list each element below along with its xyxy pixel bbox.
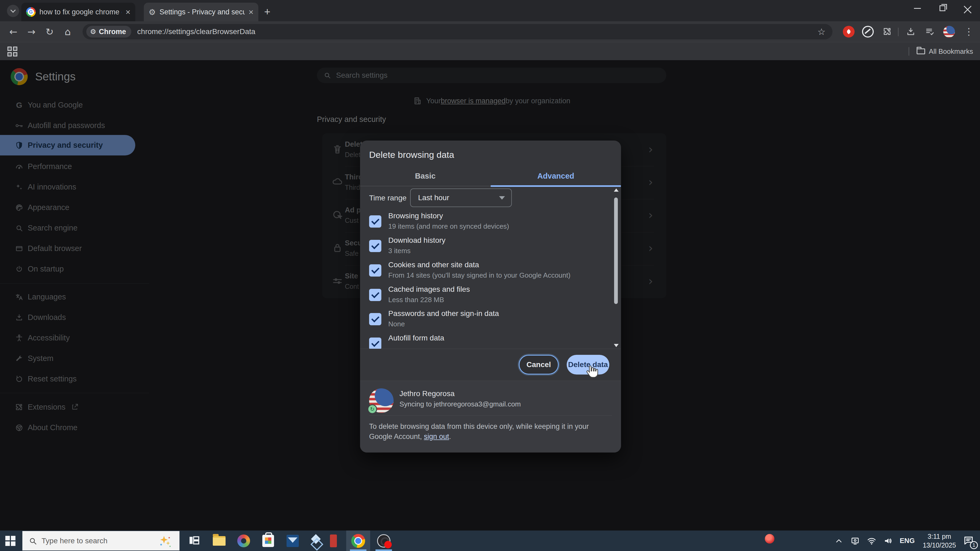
extensions-puzzle-icon[interactable] <box>881 26 893 38</box>
apps-grid-icon[interactable] <box>8 46 18 57</box>
back-button[interactable]: ← <box>5 21 22 42</box>
account-avatar: ↻ <box>369 388 394 413</box>
grid-cell <box>13 46 18 51</box>
tab-how-to-fix[interactable]: how to fix google chrome exte × <box>21 3 135 21</box>
checkbox-autofill[interactable] <box>369 338 381 349</box>
item-label: Autofill form data <box>388 334 444 342</box>
checkbox-cookies[interactable] <box>369 264 381 276</box>
task-view-button[interactable] <box>182 530 206 551</box>
microsoft-store-button[interactable] <box>256 530 280 551</box>
downloads-icon[interactable] <box>905 26 916 38</box>
chrome-icon <box>351 534 365 548</box>
profile-avatar[interactable] <box>943 26 955 38</box>
notification-badge: 1 <box>970 541 978 549</box>
dialog-title: Delete browsing data <box>369 149 454 160</box>
menu-dots-icon[interactable]: ⋮ <box>963 26 975 38</box>
row-passwords: Passwords and other sign-in data None <box>360 307 608 332</box>
sign-out-link[interactable]: sign out <box>424 433 449 440</box>
red-app-button[interactable] <box>325 530 341 551</box>
tab-search-button[interactable] <box>7 5 19 17</box>
monitor-icon[interactable] <box>850 536 860 546</box>
red-extension-icon[interactable] <box>843 26 854 38</box>
checkbox-passwords[interactable] <box>369 313 381 325</box>
google-favicon <box>26 7 36 17</box>
taskbar-search[interactable] <box>22 531 180 551</box>
forward-button[interactable]: → <box>23 21 40 42</box>
time-range-label: Time range <box>369 194 407 202</box>
windows-logo-pane <box>11 536 16 540</box>
tab-title: Settings - Privacy and security <box>159 8 245 16</box>
microsoft-store-icon <box>262 535 274 547</box>
close-button[interactable] <box>955 0 980 16</box>
time-range-select[interactable]: Last hour <box>410 189 512 207</box>
item-detail: 3 items <box>388 247 410 255</box>
system-tray: ENG 3:11 pm 13/10/2025 1 <box>834 530 980 551</box>
tab-settings[interactable]: ⚙ Settings - Privacy and security × <box>144 3 258 21</box>
item-label: Passwords and other sign-in data <box>388 309 499 318</box>
notification-center-button[interactable]: 1 <box>963 535 974 547</box>
address-bar[interactable]: ⚙ Chrome chrome://settings/clearBrowserD… <box>83 24 832 40</box>
clock-time: 3:11 pm <box>928 533 951 540</box>
checkbox-download-history[interactable] <box>369 240 381 252</box>
desktop: how to fix google chrome exte × ⚙ Settin… <box>0 0 980 551</box>
bookmark-star-icon[interactable]: ☆ <box>818 26 826 37</box>
taskbar-search-input[interactable] <box>41 537 137 545</box>
row-download-history: Download history 3 items <box>360 234 608 259</box>
tab-basic[interactable]: Basic <box>360 166 490 186</box>
taskbar-clock[interactable]: 3:11 pm 13/10/2025 <box>923 532 956 550</box>
scroll-down-icon[interactable] <box>614 344 619 347</box>
speaker-icon[interactable] <box>883 536 893 546</box>
kebab-glyph: ⋮ <box>964 26 974 37</box>
chevron-down-icon <box>10 8 16 13</box>
site-info-chip[interactable]: ⚙ Chrome <box>86 26 131 38</box>
reading-list-icon[interactable] <box>924 26 936 38</box>
search-icon <box>28 536 37 545</box>
scroll-up-icon[interactable] <box>614 189 619 192</box>
time-range-value: Last hour <box>418 194 499 202</box>
item-detail: 19 items (and more on synced devices) <box>388 222 509 230</box>
cancel-button[interactable]: Cancel <box>519 355 559 375</box>
url-text[interactable]: chrome://settings/clearBrowserData <box>137 27 817 36</box>
item-detail: Less than 228 MB <box>388 296 444 304</box>
active-app-indicator <box>350 549 366 551</box>
account-name: Jethro Regorosa <box>399 389 455 398</box>
tab-close-icon[interactable]: × <box>126 8 130 16</box>
item-detail: From 14 sites (you'll stay signed in to … <box>388 271 570 279</box>
item-detail: None <box>388 320 405 328</box>
active-app-indicator <box>375 549 392 551</box>
scrollbar-thumb[interactable] <box>614 197 618 304</box>
red-app-icon <box>330 535 337 547</box>
checkbox-cached-images[interactable] <box>369 289 381 301</box>
close-icon <box>964 5 971 12</box>
item-label: Cookies and other site data <box>388 260 479 269</box>
checkbox-browsing-history[interactable] <box>369 215 381 227</box>
dialog-scroll-area: Time range Last hour Browsing history 19… <box>360 187 621 349</box>
grid-cell <box>8 46 12 51</box>
dialog-scrollbar[interactable] <box>612 187 619 348</box>
restore-button[interactable] <box>930 0 955 16</box>
dialog-account-section: ↻ Jethro Regorosa Syncing to jethroregor… <box>360 381 621 453</box>
reload-button[interactable]: ↻ <box>41 21 58 42</box>
obs-taskbar-button[interactable] <box>372 530 396 551</box>
file-explorer-button[interactable] <box>207 530 231 551</box>
start-button[interactable] <box>5 536 16 546</box>
blocker-extension-icon[interactable] <box>862 26 874 38</box>
tab-advanced[interactable]: Advanced <box>490 166 621 186</box>
mail-app-button[interactable] <box>281 530 305 551</box>
tab-close-icon[interactable]: × <box>248 8 253 16</box>
windows-logo-pane <box>5 536 10 540</box>
new-tab-button[interactable]: + <box>264 6 270 18</box>
language-indicator[interactable]: ENG <box>900 537 915 545</box>
tray-expand-icon[interactable] <box>834 536 843 545</box>
drop-glyph <box>846 29 851 34</box>
photos-app-button[interactable] <box>232 530 256 551</box>
chrome-taskbar-button[interactable] <box>346 530 370 551</box>
bookmarks-bar: All Bookmarks <box>0 42 980 60</box>
mail-app-icon <box>286 535 299 547</box>
all-bookmarks-button[interactable]: All Bookmarks <box>908 42 973 60</box>
home-button[interactable]: ⌂ <box>59 21 76 42</box>
grid-cell <box>8 52 12 56</box>
gear-favicon: ⚙ <box>149 8 156 17</box>
wifi-icon[interactable] <box>867 536 877 546</box>
minimize-button[interactable] <box>905 0 930 16</box>
